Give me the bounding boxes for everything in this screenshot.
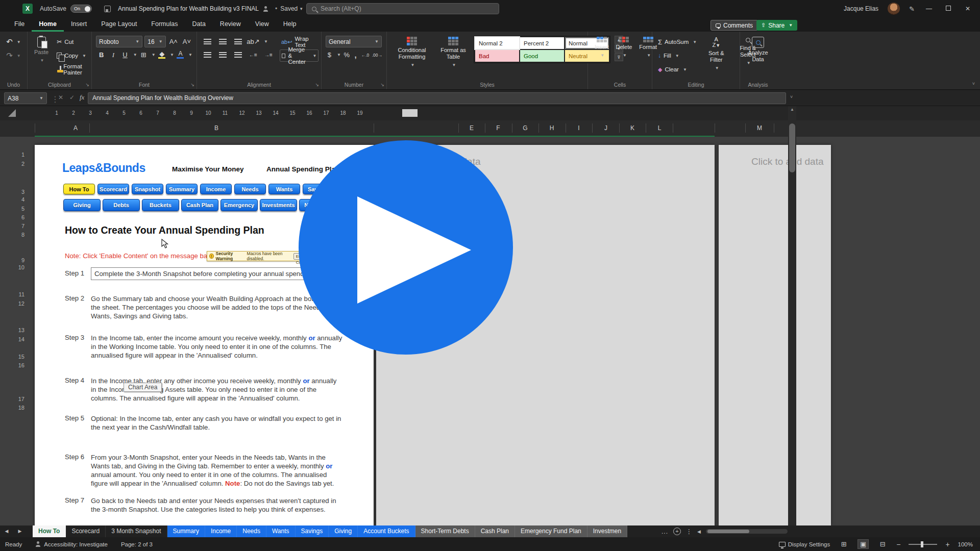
cell-style-good[interactable]: Good <box>520 50 564 62</box>
row-header-14[interactable]: 14 <box>12 336 24 342</box>
expand-formula-bar-icon[interactable]: ˅ <box>790 94 793 99</box>
column-header-f[interactable]: F <box>496 124 500 132</box>
undo-button[interactable]: ↶▼ <box>5 36 22 48</box>
align-top-icon[interactable] <box>201 36 213 47</box>
underline-button[interactable]: U <box>119 49 130 61</box>
scroll-up-icon[interactable]: ▲ <box>790 107 794 112</box>
zoom-level[interactable]: 100% <box>958 541 973 547</box>
menu-tab-data[interactable]: Data <box>185 17 212 32</box>
font-size-select[interactable]: 16▼ <box>144 36 166 47</box>
menu-tab-view[interactable]: View <box>248 17 276 32</box>
font-family-select[interactable]: Roboto▼ <box>96 36 142 47</box>
sheet-tab-investmen[interactable]: Investmen <box>587 525 627 537</box>
sheet-tab-giving[interactable]: Giving <box>329 525 358 537</box>
row-header-15[interactable]: 15 <box>12 354 24 360</box>
sheet-tab-3-month-snapshot[interactable]: 3 Month Snapshot <box>106 525 167 537</box>
page-3[interactable] <box>719 145 831 525</box>
sheet-tab-account-buckets[interactable]: Account Buckets <box>358 525 415 537</box>
sheet-tab-short-term-debts[interactable]: Short-Term Debts <box>415 525 475 537</box>
doc-nav-investments[interactable]: Investments <box>260 199 297 211</box>
doc-nav-buckets[interactable]: Buckets <box>142 199 179 211</box>
font-dialog-launcher[interactable]: ↘ <box>190 82 194 87</box>
redo-button[interactable]: ↷▼ <box>5 49 22 62</box>
menu-tab-home[interactable]: Home <box>32 17 64 32</box>
align-center-icon[interactable] <box>216 49 229 61</box>
sort-filter-button[interactable]: AZ▼Sort & Filter▼ <box>702 36 730 72</box>
row-header-12[interactable]: 12 <box>12 300 24 307</box>
doc-nav-emergency[interactable]: Emergency <box>220 199 258 211</box>
column-header-h[interactable]: H <box>550 124 554 132</box>
column-header-e[interactable]: E <box>470 124 474 132</box>
percent-icon[interactable]: % <box>343 49 351 61</box>
column-header-a[interactable]: A <box>74 124 78 132</box>
sheet-tab-scorecard[interactable]: Scorecard <box>66 525 106 537</box>
doc-nav-wants[interactable]: Wants <box>268 184 300 194</box>
autosave-toggle[interactable]: On <box>70 5 92 13</box>
share-button[interactable]: ⇧ Share ▼ <box>756 20 797 31</box>
doc-nav-income[interactable]: Income <box>200 184 232 194</box>
doc-nav-giving[interactable]: Giving <box>63 199 101 211</box>
sheet-tab-emergency-fund-plan[interactable]: Emergency Fund Plan <box>515 525 587 537</box>
name-box[interactable]: A38▼ <box>4 92 47 104</box>
format-as-table-button[interactable]: Format as Table ▼ <box>436 36 471 69</box>
accessibility-status[interactable]: Accessibility: Investigate <box>35 541 108 547</box>
bold-button[interactable]: B <box>96 49 107 61</box>
tabs-overflow-indicator[interactable]: ... <box>662 528 668 535</box>
menu-tab-file[interactable]: File <box>7 17 32 32</box>
font-color-icon[interactable]: A <box>175 49 186 61</box>
page-break-view-icon[interactable]: ⊟ <box>877 539 888 549</box>
row-header-16[interactable]: 16 <box>12 362 24 368</box>
row-header-7[interactable]: 7 <box>12 223 24 229</box>
clear-button[interactable]: ◆Clear▼ <box>656 63 698 76</box>
row-header-6[interactable]: 6 <box>12 214 24 220</box>
avatar[interactable] <box>888 3 900 15</box>
analyze-data-button[interactable]: Analyze Data <box>744 36 772 64</box>
increase-indent-icon[interactable]: →≡ <box>262 49 275 61</box>
align-left-icon[interactable] <box>201 49 213 61</box>
column-header-m[interactable]: M <box>757 124 762 132</box>
autosum-button[interactable]: ΣAutoSum▼ <box>656 36 698 48</box>
row-header-18[interactable]: 18 <box>12 405 24 411</box>
doc-nav-debts[interactable]: Debts <box>103 199 140 211</box>
zoom-out-button[interactable]: − <box>896 540 900 548</box>
format-painter-button[interactable]: Format Painter <box>55 63 88 76</box>
column-header-b[interactable]: B <box>214 124 218 132</box>
enter-icon[interactable]: ✓ <box>69 94 75 101</box>
vertical-scroll-thumb[interactable] <box>789 123 795 172</box>
add-sheet-button[interactable]: + <box>673 528 681 535</box>
increase-font-icon[interactable]: A˄ <box>168 36 179 47</box>
italic-button[interactable]: I <box>108 49 118 61</box>
column-header-j[interactable]: J <box>604 124 607 132</box>
number-format-select[interactable]: General▼ <box>326 36 382 47</box>
paste-button[interactable]: Paste ▼ <box>32 36 51 65</box>
minimize-button[interactable]: — <box>924 5 934 12</box>
merge-center-button[interactable]: Merge & Center▼ <box>280 49 318 62</box>
row-header-11[interactable]: 11 <box>12 291 24 297</box>
hscroll-left-icon[interactable]: ◀ <box>697 529 701 534</box>
cell-style-bad[interactable]: Bad <box>475 50 519 62</box>
video-play-overlay[interactable] <box>299 140 513 355</box>
align-right-icon[interactable] <box>232 49 244 61</box>
fill-color-icon[interactable]: ◆ <box>157 49 167 61</box>
menu-tab-review[interactable]: Review <box>213 17 248 32</box>
fx-icon[interactable]: fx <box>80 93 84 102</box>
horizontal-scroll-thumb[interactable] <box>707 530 749 533</box>
cell-style-normal-2[interactable]: Normal 2 <box>475 37 519 49</box>
doc-nav-scorecard[interactable]: Scorecard <box>97 184 129 194</box>
sheet-tab-summary[interactable]: Summary <box>167 525 205 537</box>
row-header-4[interactable]: 4 <box>12 196 24 203</box>
horizontal-scrollbar[interactable] <box>706 529 788 534</box>
conditional-formatting-button[interactable]: Conditional Formatting ▼ <box>391 36 433 69</box>
page3-placeholder[interactable]: Click to add data <box>751 156 824 167</box>
sheet-tab-needs[interactable]: Needs <box>237 525 266 537</box>
fill-button[interactable]: ↓Fill▼ <box>656 49 698 62</box>
delete-cells-button[interactable]: Delete▼ <box>614 36 635 60</box>
column-header-k[interactable]: K <box>630 124 634 132</box>
tabs-scroll-left-icon[interactable]: ◀ <box>0 525 13 537</box>
row-header-1[interactable]: 1 <box>12 152 24 158</box>
saved-status[interactable]: Saved <box>280 5 298 12</box>
row-header-5[interactable]: 5 <box>12 206 24 212</box>
formula-input[interactable]: Annual Spending Plan for Wealth Building… <box>88 92 786 104</box>
menu-tab-help[interactable]: Help <box>276 17 304 32</box>
decrease-indent-icon[interactable]: ←≡ <box>247 49 259 61</box>
